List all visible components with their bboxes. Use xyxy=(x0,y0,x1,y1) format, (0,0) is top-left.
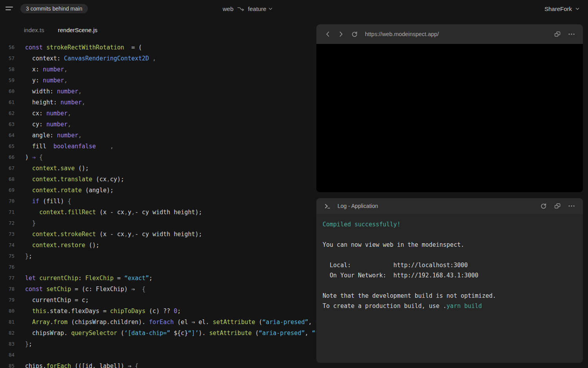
more-options-icon[interactable] xyxy=(566,29,577,39)
code-line[interactable]: 85chips.forEach (([id, label]) ⇒ { xyxy=(0,361,316,368)
code-text: chips.forEach (([id, label]) ⇒ { xyxy=(25,361,138,368)
code-line[interactable]: 81 Array.from (chipsWrap.children). forE… xyxy=(0,317,316,328)
code-line[interactable]: 57 context: CanvasRenderingContext2D , xyxy=(0,53,316,64)
code-text: currentChip = c; xyxy=(25,295,89,306)
code-line[interactable]: 84 xyxy=(0,350,316,361)
commits-behind-badge[interactable]: 3 commits behind main xyxy=(20,4,88,13)
line-number: 68 xyxy=(0,174,15,185)
code-line[interactable]: 65 fill booleanfalse , xyxy=(0,141,316,152)
code-line[interactable]: 80 this.state.flexDays = chipToDays (c) … xyxy=(0,306,316,317)
branch-target-dropdown[interactable]: feature xyxy=(248,5,273,12)
chevron-down-icon xyxy=(575,7,579,10)
log-title: Log - Application xyxy=(338,203,534,209)
code-lines[interactable]: 56const strokeRectWithRotation = (57 con… xyxy=(0,42,316,368)
sharefork-button[interactable]: ShareFork xyxy=(544,4,579,13)
line-number: 78 xyxy=(0,284,15,295)
code-text: x: number, xyxy=(25,64,67,75)
code-text: ) ⇒ { xyxy=(25,152,43,163)
log-more-options-icon[interactable] xyxy=(566,201,577,211)
code-text: context: CanvasRenderingContext2D , xyxy=(25,53,156,64)
code-line[interactable]: 79 currentChip = c; xyxy=(0,295,316,306)
line-number: 61 xyxy=(0,97,15,108)
line-number: 72 xyxy=(0,218,15,229)
code-line[interactable]: 69 context.rotate (angle); xyxy=(0,185,316,196)
code-line[interactable]: 68 context.translate (cx,cy); xyxy=(0,174,316,185)
branch-selector: web feature xyxy=(223,4,272,13)
code-text: this.state.flexDays = chipToDays (c) ?? … xyxy=(25,306,181,317)
code-text: angle: number, xyxy=(25,130,82,141)
log-line: Local: http://localhost:3000 xyxy=(323,260,577,270)
code-text: y: number, xyxy=(25,75,67,86)
editor-tabs: index.ts renderScene.js xyxy=(24,27,98,33)
line-number: 74 xyxy=(0,240,15,251)
tab-renderscene-js[interactable]: renderScene.js xyxy=(58,27,98,33)
menu-icon[interactable] xyxy=(5,5,13,12)
line-number: 82 xyxy=(0,328,15,339)
log-line: On Your Network: http://192.168.43.1:300… xyxy=(323,270,577,281)
line-number: 64 xyxy=(0,130,15,141)
browser-viewport[interactable] xyxy=(316,44,583,192)
duplicate-panel-icon[interactable] xyxy=(552,29,563,39)
line-number: 81 xyxy=(0,317,15,328)
code-text: let currentChip: FlexChip = “exact”; xyxy=(25,273,152,284)
code-editor: index.ts renderScene.js 56const strokeRe… xyxy=(0,17,316,368)
log-header: Log - Application xyxy=(316,198,583,214)
line-number: 63 xyxy=(0,119,15,130)
line-number: 66 xyxy=(0,152,15,163)
code-line[interactable]: 71 context.fillRect (x - cx,y,- cy width… xyxy=(0,207,316,218)
code-line[interactable]: 63 cy: number, xyxy=(0,119,316,130)
code-text: context.strokeRect (x - cx,y,- cy width … xyxy=(25,229,202,240)
code-line[interactable]: 67 context.save (); xyxy=(0,163,316,174)
code-line[interactable]: 76 xyxy=(0,262,316,273)
url-field[interactable]: https://web.modeinspect.app/ xyxy=(365,31,549,37)
code-text: const setChip = (c: FlexChip) ⇒ { xyxy=(25,284,145,295)
log-line: You can now view web in the modeinspect. xyxy=(323,240,577,250)
code-text: context.restore (); xyxy=(25,240,100,251)
code-text: }; xyxy=(25,339,32,350)
code-line[interactable]: 62 cx: number, xyxy=(0,108,316,119)
code-text: if (fill) { xyxy=(25,196,71,207)
line-number: 69 xyxy=(0,185,15,196)
log-line xyxy=(323,281,577,291)
code-line[interactable]: 73 context.strokeRect (x - cx,y,- cy wid… xyxy=(0,229,316,240)
sharefork-label: ShareFork xyxy=(544,5,572,12)
log-output: Compiled successfully! You can now view … xyxy=(316,214,583,317)
forward-button[interactable] xyxy=(336,29,346,39)
back-button[interactable] xyxy=(323,29,333,39)
line-number: 58 xyxy=(0,64,15,75)
reload-button[interactable] xyxy=(349,29,359,39)
code-line[interactable]: 72 } xyxy=(0,218,316,229)
log-duplicate-icon[interactable] xyxy=(552,201,563,211)
line-number: 80 xyxy=(0,306,15,317)
code-line[interactable]: 64 angle: number, xyxy=(0,130,316,141)
code-text: context.translate (cx,cy); xyxy=(25,174,124,185)
code-line[interactable]: 58 x: number, xyxy=(0,64,316,75)
code-line[interactable]: 78const setChip = (c: FlexChip) ⇒ { xyxy=(0,284,316,295)
log-line: Note that the development build is not o… xyxy=(323,291,577,301)
code-line[interactable]: 70 if (fill) { xyxy=(0,196,316,207)
code-line[interactable]: 56const strokeRectWithRotation = ( xyxy=(0,42,316,53)
code-text: height: number, xyxy=(25,97,85,108)
code-text: } xyxy=(25,218,36,229)
code-text: const strokeRectWithRotation = ( xyxy=(25,42,142,53)
tab-index-ts[interactable]: index.ts xyxy=(24,27,44,33)
browser-preview-panel: https://web.modeinspect.app/ xyxy=(316,24,583,192)
line-number: 70 xyxy=(0,196,15,207)
line-number: 75 xyxy=(0,251,15,262)
code-line[interactable]: 75}; xyxy=(0,251,316,262)
code-line[interactable]: 77let currentChip: FlexChip = “exact”; xyxy=(0,273,316,284)
merge-arrow-icon xyxy=(237,5,245,12)
code-line[interactable]: 66) ⇒ { xyxy=(0,152,316,163)
log-reload-icon[interactable] xyxy=(538,201,548,211)
code-line[interactable]: 83}; xyxy=(0,339,316,350)
code-text: context.save (); xyxy=(25,163,89,174)
line-number: 79 xyxy=(0,295,15,306)
code-line[interactable]: 74 context.restore (); xyxy=(0,240,316,251)
code-line[interactable]: 59 y: number, xyxy=(0,75,316,86)
line-number: 65 xyxy=(0,141,15,152)
code-text: chipsWrap. querySelector (‘[data-chip=” … xyxy=(25,328,316,339)
line-number: 77 xyxy=(0,273,15,284)
code-line[interactable]: 60 width: number, xyxy=(0,86,316,97)
code-line[interactable]: 61 height: number, xyxy=(0,97,316,108)
code-line[interactable]: 82 chipsWrap. querySelector (‘[data-chip… xyxy=(0,328,316,339)
